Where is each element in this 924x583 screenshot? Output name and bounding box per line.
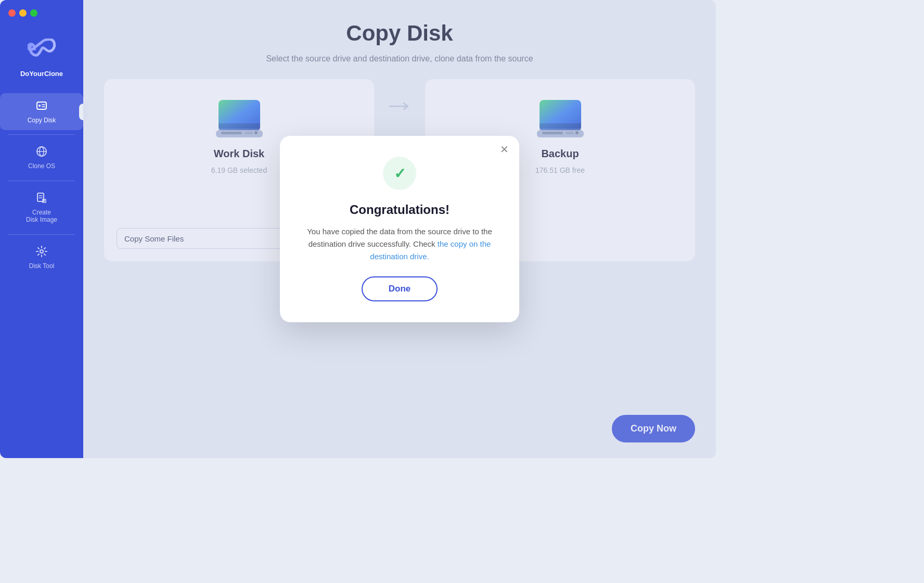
success-modal: ✕ ✓ Congratulations! You have copied the…	[280, 136, 519, 322]
modal-overlay: ✕ ✓ Congratulations! You have copied the…	[83, 0, 716, 458]
nav-divider-3	[8, 234, 75, 235]
maximize-button[interactable]	[30, 9, 37, 17]
checkmark-circle: ✓	[383, 157, 416, 190]
nav-divider-2	[8, 181, 75, 181]
disk-tool-icon	[35, 245, 48, 260]
nav-divider-1	[8, 134, 75, 135]
app-logo	[25, 32, 58, 66]
svg-rect-0	[37, 102, 46, 109]
copy-disk-icon	[35, 99, 48, 114]
nav-items: Copy Disk Clone OS	[0, 93, 83, 458]
create-disk-image-icon	[35, 192, 48, 206]
svg-point-1	[38, 105, 41, 107]
traffic-lights	[8, 9, 37, 17]
sidebar-item-disk-tool[interactable]: Disk Tool	[0, 239, 83, 276]
clone-os-label: Clone OS	[28, 162, 55, 170]
minimize-button[interactable]	[19, 9, 27, 17]
disk-tool-label: Disk Tool	[29, 262, 54, 270]
check-icon: ✓	[394, 165, 406, 182]
title-bar	[0, 0, 83, 22]
modal-body: You have copied the data from the source…	[306, 225, 493, 263]
create-disk-image-label: CreateDisk Image	[26, 209, 57, 224]
sidebar-item-clone-os[interactable]: Clone OS	[0, 139, 83, 176]
close-button[interactable]	[8, 9, 16, 17]
modal-title: Congratulations!	[350, 202, 450, 217]
sidebar-item-create-disk-image[interactable]: CreateDisk Image	[0, 185, 83, 230]
done-button[interactable]: Done	[362, 276, 438, 301]
clone-os-icon	[35, 145, 48, 160]
svg-point-10	[40, 250, 43, 253]
copy-disk-label: Copy Disk	[28, 117, 56, 124]
app-logo-area: DoYourClone	[0, 22, 83, 93]
app-name: DoYourClone	[20, 70, 63, 78]
main-content: Copy Disk Select the source drive and de…	[83, 0, 716, 458]
modal-close-button[interactable]: ✕	[500, 144, 509, 155]
sidebar: DoYourClone Copy Disk	[0, 0, 83, 458]
sidebar-item-copy-disk[interactable]: Copy Disk	[0, 93, 83, 130]
